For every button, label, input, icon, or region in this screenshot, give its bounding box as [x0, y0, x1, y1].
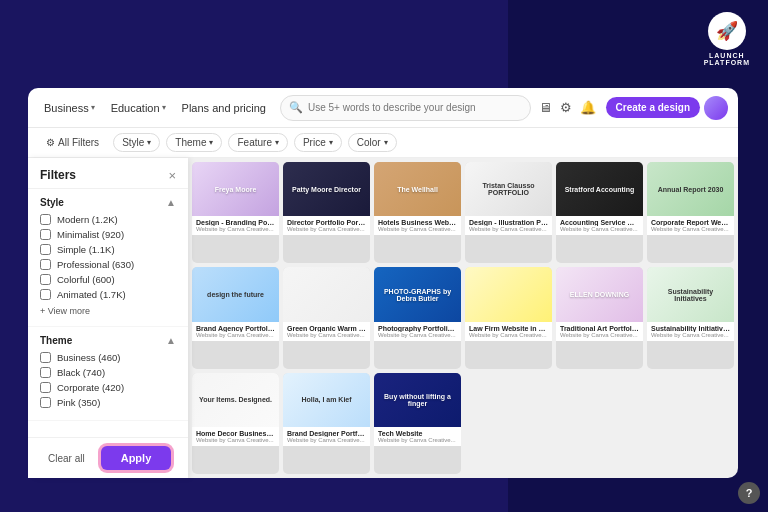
- feature-filter-chip[interactable]: Feature ▾: [228, 133, 287, 152]
- template-card[interactable]: Stratford Accounting Accounting Service …: [556, 162, 643, 263]
- filters-panel-header: Filters ×: [28, 158, 188, 189]
- nav-icons: 🖥 ⚙ 🔔: [539, 100, 596, 115]
- chevron-down-icon: ▾: [209, 138, 213, 147]
- style-option-3[interactable]: Professional (630): [40, 259, 176, 270]
- filter-bar: ⚙ All Filters Style ▾ Theme ▾ Feature ▾ …: [28, 128, 738, 158]
- theme-section: Theme ▲ Business (460)Black (740)Corpora…: [28, 327, 188, 421]
- chevron-down-icon: ▾: [147, 138, 151, 147]
- collapse-icon[interactable]: ▲: [166, 335, 176, 346]
- template-card[interactable]: Annual Report 2030 Corporate Report Web.…: [647, 162, 734, 263]
- nav-business[interactable]: Business ▾: [38, 98, 101, 118]
- style-section-title: Style: [40, 197, 64, 208]
- clear-all-button[interactable]: Clear all: [40, 448, 93, 469]
- template-card[interactable]: Law Firm Website in G... Website by Canv…: [465, 267, 552, 368]
- logo-text: LAUNCHPLATFORM: [704, 52, 750, 66]
- template-card[interactable]: Sustainability Initiatives Sustainabilit…: [647, 267, 734, 368]
- style-option-5[interactable]: Animated (1.7K): [40, 289, 176, 300]
- template-card[interactable]: Your Items. Designed. Home Decor Busines…: [192, 373, 279, 474]
- template-card[interactable]: PHOTO-GRAPHS by Debra Butler Photography…: [374, 267, 461, 368]
- nav-plans[interactable]: Plans and pricing: [176, 98, 272, 118]
- style-option-0[interactable]: Modern (1.2K): [40, 214, 176, 225]
- template-card[interactable]: Green Organic Warm F... Website by Canva…: [283, 267, 370, 368]
- template-card[interactable]: Holla, I am Kief Brand Designer Portfoli…: [283, 373, 370, 474]
- template-card[interactable]: Buy without lifting a finger Tech Websit…: [374, 373, 461, 474]
- template-card[interactable]: design the future Brand Agency Portfolio…: [192, 267, 279, 368]
- topbar: Business ▾ Education ▾ Plans and pricing…: [28, 88, 738, 128]
- theme-option-0[interactable]: Business (460): [40, 352, 176, 363]
- chevron-down-icon: ▾: [162, 103, 166, 112]
- template-grid: Freya Moore Design - Branding Port... We…: [188, 158, 738, 478]
- theme-options: Business (460)Black (740)Corporate (420)…: [40, 352, 176, 408]
- theme-section-header: Theme ▲: [40, 335, 176, 346]
- search-input[interactable]: [308, 102, 522, 113]
- style-section: Style ▲ Modern (1.2K)Minimalist (920)Sim…: [28, 189, 188, 327]
- help-button[interactable]: ?: [738, 482, 760, 504]
- template-card[interactable]: Tristan Clausso PORTFOLIO Design - Illus…: [465, 162, 552, 263]
- filter-icon: ⚙: [46, 137, 55, 148]
- gear-icon[interactable]: ⚙: [560, 100, 572, 115]
- all-filters-button[interactable]: ⚙ All Filters: [38, 134, 107, 151]
- theme-option-2[interactable]: Corporate (420): [40, 382, 176, 393]
- logo-icon: 🚀: [708, 12, 746, 50]
- monitor-icon[interactable]: 🖥: [539, 100, 552, 115]
- style-section-header: Style ▲: [40, 197, 176, 208]
- apply-button[interactable]: Apply: [101, 446, 172, 470]
- close-icon[interactable]: ×: [168, 169, 176, 182]
- color-filter-chip[interactable]: Color ▾: [348, 133, 397, 152]
- theme-option-1[interactable]: Black (740): [40, 367, 176, 378]
- filters-panel: Filters × Style ▲ Modern (1.2K)Minimalis…: [28, 158, 188, 478]
- collapse-icon[interactable]: ▲: [166, 197, 176, 208]
- search-bar[interactable]: 🔍: [280, 95, 531, 121]
- avatar[interactable]: [704, 96, 728, 120]
- nav-education[interactable]: Education ▾: [105, 98, 172, 118]
- view-more-button[interactable]: + View more: [40, 304, 176, 318]
- style-filter-chip[interactable]: Style ▾: [113, 133, 160, 152]
- template-card[interactable]: The Wellhall Hotels Business Website Web…: [374, 162, 461, 263]
- bell-icon[interactable]: 🔔: [580, 100, 596, 115]
- style-option-1[interactable]: Minimalist (920): [40, 229, 176, 240]
- theme-section-title: Theme: [40, 335, 72, 346]
- style-option-2[interactable]: Simple (1.1K): [40, 244, 176, 255]
- chevron-down-icon: ▾: [91, 103, 95, 112]
- filters-title: Filters: [40, 168, 76, 182]
- chevron-down-icon: ▾: [275, 138, 279, 147]
- search-icon: 🔍: [289, 101, 303, 114]
- theme-option-3[interactable]: Pink (350): [40, 397, 176, 408]
- template-card[interactable]: Freya Moore Design - Branding Port... We…: [192, 162, 279, 263]
- chevron-down-icon: ▾: [384, 138, 388, 147]
- style-option-4[interactable]: Colorful (600): [40, 274, 176, 285]
- template-card[interactable]: ELLEN DOWNING Traditional Art Portfolio.…: [556, 267, 643, 368]
- create-design-button[interactable]: Create a design: [606, 97, 700, 118]
- logo-area: 🚀 LAUNCHPLATFORM: [704, 12, 750, 66]
- filter-actions: Clear all Apply: [28, 437, 188, 478]
- style-options: Modern (1.2K)Minimalist (920)Simple (1.1…: [40, 214, 176, 300]
- theme-filter-chip[interactable]: Theme ▾: [166, 133, 222, 152]
- price-filter-chip[interactable]: Price ▾: [294, 133, 342, 152]
- chevron-down-icon: ▾: [329, 138, 333, 147]
- template-card[interactable]: Patty Moore Director Director Portfolio …: [283, 162, 370, 263]
